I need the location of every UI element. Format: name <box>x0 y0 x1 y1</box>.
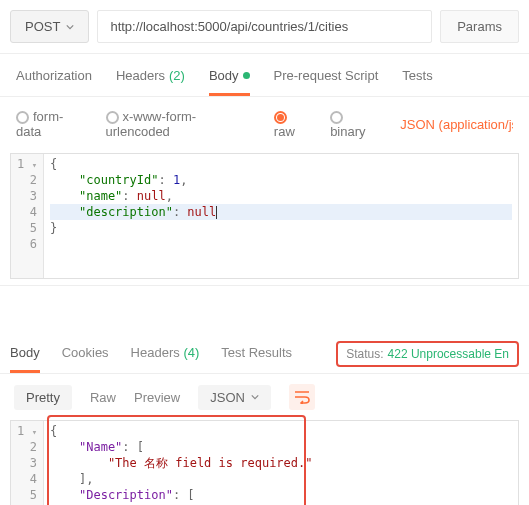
tab-test-results[interactable]: Test Results <box>221 335 292 373</box>
tab-tests-req[interactable]: Tests <box>402 68 432 96</box>
view-preview[interactable]: Preview <box>134 390 180 405</box>
resp-headers-count: (4) <box>183 345 199 360</box>
editor-gutter: 1 ▾2345678 <box>11 421 44 505</box>
editor-code[interactable]: { "countryId": 1, "name": null, "descrip… <box>44 154 518 278</box>
params-button[interactable]: Params <box>440 10 519 43</box>
editor-gutter: 1 ▾23456 <box>11 154 44 278</box>
editor-code: { "Name": [ "The 名称 field is required." … <box>44 421 518 505</box>
response-body-editor[interactable]: 1 ▾2345678 { "Name": [ "The 名称 field is … <box>10 420 519 505</box>
tab-cookies[interactable]: Cookies <box>62 335 109 373</box>
response-format-dropdown[interactable]: JSON <box>198 385 271 410</box>
splitter[interactable] <box>0 285 529 331</box>
content-type-dropdown[interactable]: JSON (application/js <box>400 117 513 132</box>
body-type-radios: form-data x-www-form-urlencoded raw bina… <box>0 97 529 151</box>
response-view-bar: Pretty Raw Preview JSON <box>0 374 529 420</box>
request-body-editor[interactable]: 1 ▾23456 { "countryId": 1, "name": null,… <box>10 153 519 279</box>
status-label: Status: <box>346 347 383 361</box>
tab-body-req[interactable]: Body <box>209 68 250 96</box>
chevron-down-icon <box>66 23 74 31</box>
radio-raw[interactable]: raw <box>274 109 310 139</box>
radio-urlencoded[interactable]: x-www-form-urlencoded <box>106 109 254 139</box>
headers-count: (2) <box>169 68 185 83</box>
http-method-select[interactable]: POST <box>10 10 89 43</box>
chevron-down-icon <box>251 393 259 401</box>
status-badge: Status: 422 Unprocessable En <box>336 341 519 367</box>
tab-body-resp[interactable]: Body <box>10 335 40 373</box>
view-pretty[interactable]: Pretty <box>14 385 72 410</box>
tab-authorization[interactable]: Authorization <box>16 68 92 96</box>
view-raw[interactable]: Raw <box>90 390 116 405</box>
request-tabs: Authorization Headers (2) Body Pre-reque… <box>0 54 529 97</box>
wrap-icon <box>294 390 310 404</box>
wrap-lines-button[interactable] <box>289 384 315 410</box>
http-method-label: POST <box>25 19 60 34</box>
status-value: 422 Unprocessable En <box>388 347 509 361</box>
tab-headers-req[interactable]: Headers (2) <box>116 68 185 96</box>
body-modified-dot-icon <box>243 72 250 79</box>
url-input[interactable] <box>97 10 432 43</box>
radio-formdata[interactable]: form-data <box>16 109 86 139</box>
tab-prerequest[interactable]: Pre-request Script <box>274 68 379 96</box>
radio-binary[interactable]: binary <box>330 109 380 139</box>
tab-headers-resp[interactable]: Headers (4) <box>131 335 200 373</box>
